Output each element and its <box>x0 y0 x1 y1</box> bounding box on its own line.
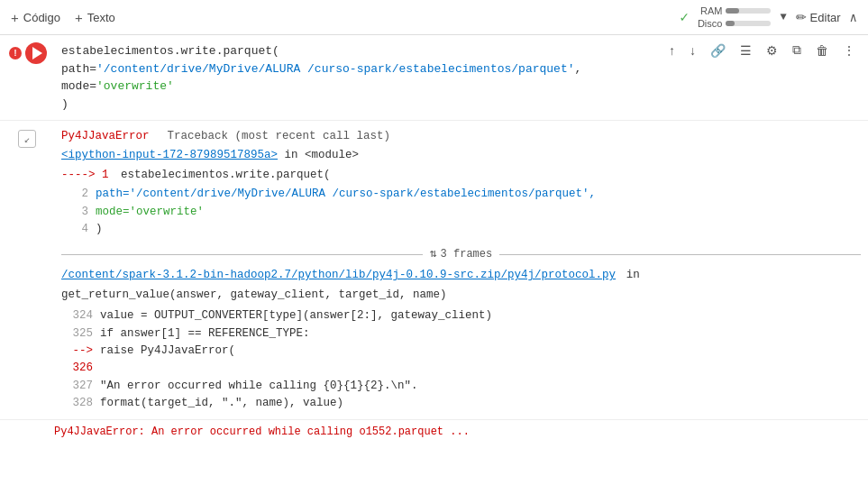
pencil-icon: ✏ <box>796 10 807 24</box>
toolbar: + Código + Texto ✓ RAM Disco ▼ <box>0 0 868 35</box>
toolbar-left: + Código + Texto <box>11 10 115 25</box>
tb-row-4: 4 ) <box>61 221 861 238</box>
ipython-link[interactable]: <ipython-input-172-87989517895a> <box>61 149 278 161</box>
ram-label: RAM <box>700 5 722 16</box>
ram-progress-fill <box>726 8 739 14</box>
move-up-button[interactable]: ↑ <box>665 41 679 59</box>
chevron-up-icon[interactable]: ∧ <box>850 10 857 25</box>
cell-wrapper: ! estabelecimentos.write.parquet( path='… <box>0 35 868 485</box>
tb-row-2: 2 path='/content/drive/MyDrive/ALURA /cu… <box>61 186 861 203</box>
split-button[interactable]: ⧉ <box>789 41 805 59</box>
file-link[interactable]: /content/spark-3.1.2-bin-hadoop2.7/pytho… <box>61 269 616 281</box>
play-icon <box>32 47 42 59</box>
add-text-label: Texto <box>87 11 115 24</box>
code-line-3: mode='overwrite' <box>61 78 649 96</box>
expand-collapse-icon[interactable]: ⇅ <box>430 245 437 263</box>
sep-left <box>61 254 423 255</box>
frames-label-area: ⇅ 3 frames <box>423 245 499 263</box>
comment-button[interactable]: ☰ <box>736 41 755 59</box>
error-header-row: Py4JJavaError Traceback (most recent cal… <box>61 128 861 145</box>
tb-content-2: path='/content/drive/MyDrive/ALURA /curs… <box>96 186 596 203</box>
code-mode-str: 'overwrite' <box>96 78 174 96</box>
output-gutter: ↙ <box>0 124 54 148</box>
add-code-button[interactable]: + Código <box>11 10 60 25</box>
move-down-button[interactable]: ↓ <box>686 41 699 59</box>
more-button[interactable]: ⋮ <box>839 41 859 59</box>
code-line-1: estabelecimentos.write.parquet( <box>61 42 649 60</box>
tb-line1: estabelecimentos.write.parquet( <box>121 169 331 181</box>
ram-progress-bg <box>726 8 771 14</box>
sep-right <box>499 254 861 255</box>
tb-arrow-row: ----> 1 estabelecimentos.write.parquet( <box>61 167 861 184</box>
code-path-str: '/content/drive/MyDrive/ALURA /curso-spa… <box>96 60 575 78</box>
bottom-error-row: Py4JJavaError: An error occurred while c… <box>0 419 868 444</box>
code-content-325: if answer[1] == REFERENCE_TYPE: <box>100 325 310 343</box>
delete-button[interactable]: 🗑 <box>812 41 832 59</box>
check-icon: ✓ <box>680 8 689 26</box>
bottom-error-text: Py4JJavaError: An error occurred while c… <box>54 426 470 438</box>
cell-icon-area: ↑ ↓ 🔗 ☰ ⚙ ⧉ 🗑 ⋮ <box>656 39 868 61</box>
code-cell: ! estabelecimentos.write.parquet( path='… <box>0 35 868 121</box>
code-row-327: 327 "An error occurred while calling {0}… <box>61 378 861 395</box>
code-line-4-text: ) <box>61 96 69 114</box>
tb-row-3: 3 mode='overwrite' <box>61 204 861 221</box>
code-line-4: ) <box>61 96 649 114</box>
disk-row: Disco <box>698 18 772 29</box>
code-content-327: "An error occurred while calling {0}{1}{… <box>100 378 418 395</box>
edit-label: Editar <box>810 11 841 24</box>
code-num-324: 324 <box>61 307 93 325</box>
func-name-row: get_return_value(answer, gateway_client,… <box>61 287 861 304</box>
arrow-326: --> 326 <box>61 343 93 378</box>
code-indent-3: mode= <box>61 78 96 96</box>
tb-content-4: ) <box>96 221 103 238</box>
add-text-button[interactable]: + Texto <box>75 10 115 25</box>
code-content-328: format(target_id, ".", name), value) <box>100 395 343 412</box>
frames-separator: ⇅ 3 frames <box>61 245 861 263</box>
error-type: Py4JJavaError <box>61 128 150 145</box>
edit-button[interactable]: ✏ Editar <box>796 10 841 24</box>
disk-progress-bg <box>726 21 771 26</box>
code-row-325: 325 if answer[1] == REFERENCE_TYPE: <box>61 325 861 343</box>
toolbar-right: ✓ RAM Disco ▼ ✏ Editar ∧ <box>680 5 857 29</box>
tb-num-2: 2 <box>61 186 88 203</box>
code-line-2: path='/content/drive/MyDrive/ALURA /curs… <box>61 60 649 78</box>
tb-content-3: mode='overwrite' <box>96 204 204 221</box>
collapse-output-button[interactable]: ↙ <box>18 130 36 148</box>
ipython-link-row: <ipython-input-172-87989517895a> in <mod… <box>61 147 861 164</box>
settings-button[interactable]: ⚙ <box>763 41 781 59</box>
ram-disk-area: RAM Disco <box>698 5 772 29</box>
plus-icon: + <box>11 10 19 25</box>
code-row-328: 328 format(target_id, ".", name), value) <box>61 395 861 412</box>
tb-arrow: ----> 1 <box>61 169 109 181</box>
in-module-label: in <module> <box>285 149 360 161</box>
cell-gutter: ! <box>0 39 54 64</box>
tb-num-3: 3 <box>61 204 88 221</box>
code-row-326: --> 326 raise Py4JJavaError( <box>61 343 861 378</box>
dropdown-arrow-icon[interactable]: ▼ <box>780 11 786 23</box>
run-button[interactable] <box>25 42 47 64</box>
code-num-325: 325 <box>61 325 93 343</box>
code-row-324: 324 value = OUTPUT_CONVERTER[type](answe… <box>61 307 861 325</box>
code-content-326: raise Py4JJavaError( <box>100 343 235 378</box>
code-num-327: 327 <box>61 378 93 395</box>
code-content-324: value = OUTPUT_CONVERTER[type](answer[2:… <box>100 307 492 325</box>
code-num-328: 328 <box>61 395 93 412</box>
file-in-label: in <box>626 269 640 281</box>
plus-icon-text: + <box>75 10 83 25</box>
tb-num-4: 4 <box>61 221 88 238</box>
ram-row: RAM <box>700 5 771 16</box>
traceback-header: Traceback (most recent call last) <box>168 128 391 145</box>
disk-label: Disco <box>698 18 723 29</box>
error-indicator: ! <box>9 47 22 59</box>
disk-progress-fill <box>726 21 735 26</box>
link-button[interactable]: 🔗 <box>707 41 729 59</box>
frames-count: 3 frames <box>441 246 493 263</box>
code-comma: , <box>575 60 582 78</box>
func-name-label: get_return_value(answer, gateway_client,… <box>61 288 447 301</box>
output-cell: ↙ Py4JJavaError Traceback (most recent c… <box>0 121 868 419</box>
code-indent-2: path= <box>61 60 96 78</box>
add-code-label: Código <box>23 11 60 24</box>
code-content: estabelecimentos.write.parquet( path='/c… <box>54 39 656 116</box>
output-content: Py4JJavaError Traceback (most recent cal… <box>54 124 868 416</box>
file-link-row: /content/spark-3.1.2-bin-hadoop2.7/pytho… <box>61 267 861 284</box>
